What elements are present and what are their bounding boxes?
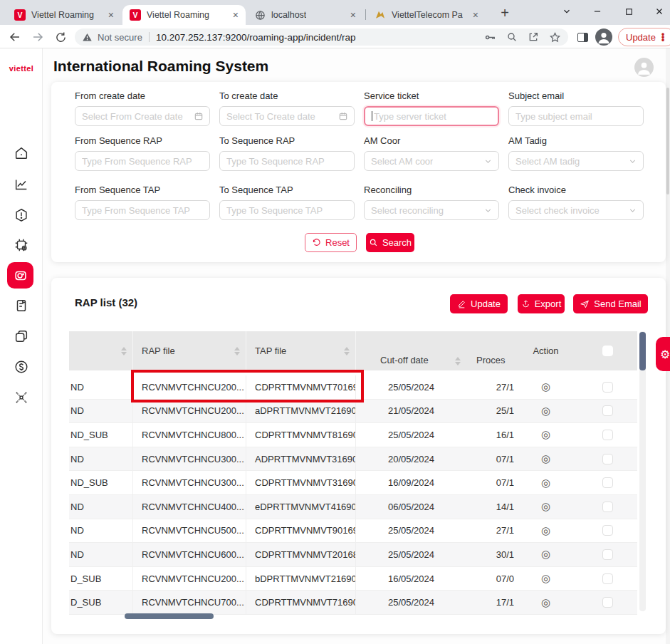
column-header-tap-file[interactable]: TAP file bbox=[246, 331, 355, 370]
tab-search-chevron-icon[interactable] bbox=[556, 3, 577, 20]
table-horizontal-scrollbar[interactable] bbox=[125, 613, 214, 619]
view-icon[interactable]: ◎ bbox=[541, 524, 550, 537]
tab-viettel-roaming-1[interactable]: V Viettel Roaming × bbox=[7, 5, 121, 25]
view-icon[interactable]: ◎ bbox=[541, 428, 550, 441]
table-row[interactable]: D_SUB RCVNMVTCHNCU200... bDPRTTMVNMVT216… bbox=[69, 567, 637, 591]
user-avatar[interactable] bbox=[634, 58, 654, 77]
table-vertical-scrollbar[interactable] bbox=[639, 331, 646, 611]
row-checkbox[interactable] bbox=[602, 549, 613, 560]
from-sequence-tap-input[interactable]: Type From Sequence TAP bbox=[75, 200, 210, 220]
row-checkbox[interactable] bbox=[602, 430, 613, 440]
view-icon[interactable]: ◎ bbox=[541, 405, 550, 417]
table-row[interactable]: ND_SUB RCVNMVTCHNCU800... CDPRTTMVNMVT81… bbox=[69, 423, 637, 447]
key-icon[interactable] bbox=[484, 31, 496, 43]
table-row[interactable]: ND_SUB RCVNMVTCHNCU300... CDPRTTMVNMVT31… bbox=[69, 471, 637, 495]
tab-close-icon[interactable]: × bbox=[473, 10, 478, 20]
export-button[interactable]: Export bbox=[518, 294, 565, 313]
table-row[interactable]: D_SUB RCVNMVTCHNCU700... CDPRTTMVNMVT716… bbox=[69, 591, 637, 615]
row-checkbox[interactable] bbox=[602, 454, 613, 464]
text-caret bbox=[372, 111, 372, 121]
search-icon bbox=[369, 238, 378, 247]
sort-icon[interactable] bbox=[455, 357, 461, 365]
zoom-icon[interactable] bbox=[506, 31, 518, 43]
sidebar-item-home[interactable] bbox=[12, 144, 31, 162]
close-button[interactable] bbox=[649, 3, 670, 20]
am-tadig-select[interactable]: Select AM tadig bbox=[508, 151, 644, 171]
address-bar[interactable]: Not secure 10.207.252.137:9200/roaming-a… bbox=[75, 28, 568, 46]
sidebar-item-dashboard[interactable] bbox=[12, 175, 31, 194]
service-ticket-input[interactable]: Type server ticket bbox=[364, 106, 499, 126]
select-all-checkbox[interactable] bbox=[602, 346, 613, 356]
view-icon[interactable]: ◎ bbox=[541, 477, 550, 489]
sidebar-item-report[interactable] bbox=[12, 296, 31, 315]
sidebar-item-incident[interactable] bbox=[12, 206, 31, 224]
to-sequence-tap-input[interactable]: Type To Sequence TAP bbox=[219, 200, 355, 220]
reconciling-select[interactable]: Select reconciling bbox=[364, 200, 499, 220]
tab-close-icon[interactable]: × bbox=[108, 10, 114, 20]
view-icon[interactable]: ◎ bbox=[541, 548, 550, 561]
tab-viettel-roaming-2[interactable]: V Viettel Roaming × bbox=[122, 5, 246, 25]
sidebar-item-billing[interactable] bbox=[12, 358, 31, 376]
table-row[interactable]: ND RCVNMVTCHNCU500... CDPRTTMVNMVT90169 … bbox=[69, 519, 637, 544]
share-icon[interactable] bbox=[528, 31, 539, 43]
column-header-cutoff-date[interactable]: Cut-off date bbox=[355, 331, 466, 370]
column-header-process[interactable]: Proces bbox=[466, 331, 514, 370]
sidebar-item-processing[interactable] bbox=[12, 236, 31, 254]
table-row[interactable]: ND RCVNMVTCHNCU300... ADPRTTMVNMVT31690 … bbox=[69, 447, 637, 472]
tab-close-icon[interactable]: × bbox=[350, 10, 356, 20]
tab-vietteltelecom[interactable]: ViettelTelecom Passp × bbox=[367, 5, 486, 25]
am-coor-select[interactable]: Select AM coor bbox=[364, 151, 499, 171]
browser-menu-icon[interactable]: ••• bbox=[661, 33, 664, 41]
row-checkbox[interactable] bbox=[602, 502, 613, 512]
search-button[interactable]: Search bbox=[366, 233, 414, 252]
field-check-invoice: Check invoice Select check invoice bbox=[508, 185, 644, 220]
security-label: Not secure bbox=[98, 32, 142, 43]
minimize-button[interactable] bbox=[587, 3, 608, 20]
maximize-button[interactable] bbox=[618, 3, 639, 20]
column-header-type[interactable] bbox=[69, 331, 132, 370]
side-panel-icon[interactable] bbox=[573, 28, 592, 46]
sort-icon[interactable] bbox=[344, 347, 350, 355]
browser-profile-avatar[interactable] bbox=[595, 28, 612, 46]
sidebar-item-files[interactable] bbox=[12, 327, 31, 346]
to-create-date-input[interactable]: Select To Create date bbox=[219, 106, 355, 126]
view-icon[interactable]: ◎ bbox=[541, 572, 550, 585]
sidebar-item-network[interactable] bbox=[12, 388, 31, 407]
new-tab-button[interactable]: + bbox=[496, 4, 514, 23]
view-icon[interactable]: ◎ bbox=[541, 596, 550, 609]
send-email-button[interactable]: Send Email bbox=[573, 294, 648, 313]
row-checkbox[interactable] bbox=[602, 382, 613, 393]
row-checkbox[interactable] bbox=[602, 525, 613, 536]
reset-button[interactable]: Reset bbox=[305, 233, 357, 252]
tab-localhost[interactable]: localhost × bbox=[247, 5, 363, 25]
update-button[interactable]: Update bbox=[450, 294, 508, 313]
row-checkbox[interactable] bbox=[602, 405, 613, 416]
browser-update-button[interactable]: Update ••• bbox=[618, 28, 670, 46]
field-to-sequence-rap: To Sequence RAP Type To Sequence RAP bbox=[219, 135, 355, 171]
from-create-date-input[interactable]: Select From Create date bbox=[75, 106, 210, 126]
back-icon[interactable] bbox=[6, 28, 24, 46]
table-row[interactable]: ND RCVNMVTCHNCU400... eDPRTTMVNMVT41690 … bbox=[69, 495, 637, 519]
column-header-rap-file[interactable]: RAP file bbox=[132, 331, 246, 370]
row-checkbox[interactable] bbox=[602, 597, 613, 608]
subject-email-input[interactable]: Type subject email bbox=[508, 106, 644, 126]
reload-icon[interactable] bbox=[51, 28, 70, 46]
table-row[interactable]: ND RCVNMVTCHNCU200... aDPRTTMVNMVT21690 … bbox=[69, 400, 637, 424]
settings-fab-button[interactable]: ⚙ bbox=[656, 337, 670, 371]
sort-icon[interactable] bbox=[234, 347, 240, 355]
row-checkbox[interactable] bbox=[602, 573, 613, 584]
sidebar-item-roaming-active[interactable] bbox=[7, 262, 33, 289]
view-icon[interactable]: ◎ bbox=[541, 452, 550, 465]
table-row[interactable]: ND RCVNMVTCHNCU600... CDPRTTMVNMVT20168 … bbox=[69, 543, 637, 567]
row-checkbox[interactable] bbox=[602, 477, 613, 488]
sort-icon[interactable] bbox=[121, 347, 127, 355]
to-sequence-rap-input[interactable]: Type To Sequence RAP bbox=[219, 151, 355, 171]
from-sequence-rap-input[interactable]: Type From Sequence RAP bbox=[75, 151, 210, 171]
bookmark-star-icon[interactable] bbox=[549, 31, 561, 43]
view-icon[interactable]: ◎ bbox=[541, 380, 550, 393]
check-invoice-select[interactable]: Select check invoice bbox=[508, 200, 644, 220]
scrollbar-thumb[interactable] bbox=[639, 332, 646, 370]
view-icon[interactable]: ◎ bbox=[541, 500, 550, 513]
forward-icon[interactable] bbox=[28, 28, 47, 46]
tab-close-icon[interactable]: × bbox=[233, 10, 239, 20]
